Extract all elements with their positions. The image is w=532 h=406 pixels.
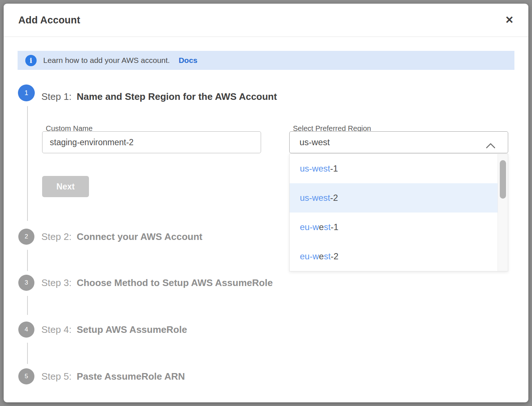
option-match-text: eu-w	[300, 251, 319, 262]
step-1-title: Step 1:Name and Step Region for the AWS …	[41, 89, 277, 104]
modal-header: Add Account ✕	[4, 4, 528, 37]
step-4-title: Step 4:Setup AWS AssumeRole	[41, 322, 187, 337]
step-1-prefix: Step 1:	[41, 91, 71, 102]
step-2-title: Step 2:Connect your AWS Account	[41, 229, 202, 244]
info-icon: i	[25, 55, 37, 66]
region-option[interactable]: us-west-1	[290, 154, 498, 183]
step-2-heading: Connect your AWS Account	[77, 231, 202, 242]
step-4-circle: 4	[18, 322, 34, 338]
custom-name-input[interactable]	[42, 131, 261, 153]
region-select-value: us-west	[300, 137, 330, 147]
region-option[interactable]: us-west-2	[290, 183, 498, 213]
step-3-heading: Choose Method to Setup AWS AssumeRole	[77, 277, 272, 288]
option-text: -2	[331, 251, 338, 262]
region-option[interactable]: eu-west-1	[290, 213, 498, 242]
step-2-circle: 2	[18, 229, 34, 245]
step-4-prefix: Step 4:	[41, 324, 71, 335]
region-select[interactable]: us-west	[289, 131, 508, 153]
option-text: -1	[330, 163, 338, 174]
step-2-prefix: Step 2:	[41, 231, 71, 242]
add-account-modal: Add Account ✕ i Learn how to add your AW…	[4, 4, 528, 402]
step-5-heading: Paste AssumeRole ARN	[77, 371, 185, 382]
step-connector-2	[27, 250, 28, 271]
region-dropdown-options: us-west-1us-west-2eu-west-1eu-west-2	[290, 154, 498, 271]
step-1-circle: 1	[18, 84, 35, 101]
step-connector-1	[27, 106, 28, 221]
step-5-title: Step 5:Paste AssumeRole ARN	[41, 369, 185, 384]
option-text: -2	[330, 193, 338, 203]
banner-text: Learn how to add your AWS account.	[43, 56, 170, 65]
page-title: Add Account	[18, 15, 80, 26]
option-text: e	[319, 251, 324, 262]
close-icon[interactable]: ✕	[504, 14, 515, 27]
option-match-text: us-west	[300, 163, 330, 174]
chevron-up-icon	[486, 140, 495, 151]
option-match-text: eu-w	[300, 222, 319, 232]
region-option[interactable]: eu-west-2	[290, 242, 498, 271]
step-5-prefix: Step 5:	[41, 371, 71, 382]
option-match-text: st	[324, 251, 331, 262]
step-5-circle: 5	[18, 368, 34, 384]
info-banner: i Learn how to add your AWS account. Doc…	[18, 51, 514, 70]
option-match-text: st	[324, 222, 331, 232]
option-text: e	[319, 222, 324, 232]
docs-link[interactable]: Docs	[179, 56, 197, 65]
step-3-title: Step 3:Choose Method to Setup AWS Assume…	[41, 275, 273, 290]
step-connector-3	[27, 296, 28, 315]
step-1-heading: Name and Step Region for the AWS Account	[77, 91, 277, 102]
region-dropdown: us-west-1us-west-2eu-west-1eu-west-2	[289, 154, 508, 271]
dropdown-scrollbar-thumb[interactable]	[500, 160, 506, 199]
step-3-prefix: Step 3:	[41, 277, 71, 288]
option-text: -1	[331, 222, 338, 232]
step-3-circle: 3	[18, 275, 34, 291]
step-connector-4	[27, 343, 28, 364]
dropdown-scrollbar-track[interactable]	[498, 154, 508, 271]
option-match-text: us-west	[300, 193, 330, 203]
step-4-heading: Setup AWS AssumeRole	[77, 324, 187, 335]
next-button[interactable]: Next	[42, 176, 89, 197]
